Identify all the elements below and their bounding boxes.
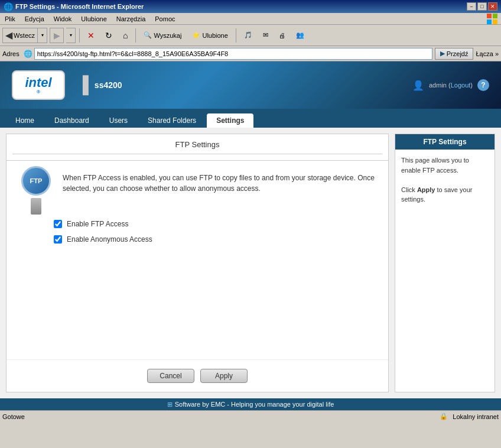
links-button[interactable]: Łącza » — [476, 50, 499, 57]
user-info: admin (Logout) — [429, 82, 473, 89]
footer: ⊞ Software by EMC - Helping you manage y… — [0, 398, 501, 410]
svg-rect-3 — [493, 20, 497, 24]
menu-tools[interactable]: Narzędzia — [114, 15, 148, 23]
right-panel: FTP Settings This page allows you to ena… — [395, 134, 495, 392]
title-bar: 🌐 FTP Settings - Microsoft Internet Expl… — [0, 0, 501, 13]
help-button[interactable]: ? — [477, 79, 489, 91]
print-button[interactable]: 🖨 — [275, 27, 289, 44]
intel-header: intel ® ▐ ss4200 👤 admin (Logout) ? — [0, 61, 501, 109]
help-panel-title: FTP Settings — [395, 134, 495, 150]
maximize-button[interactable]: □ — [477, 2, 487, 11]
star-icon: ⭐ — [192, 31, 200, 39]
tab-users[interactable]: Users — [100, 113, 137, 128]
media-button[interactable]: 🎵 — [240, 27, 256, 44]
panel-body: FTP When FTP Access is enabled, you can … — [6, 161, 388, 359]
menu-favorites[interactable]: Ulubione — [79, 15, 109, 23]
mail-button[interactable]: ✉ — [259, 27, 272, 44]
emc-icon: ⊞ — [167, 401, 173, 408]
forward-button[interactable]: ▶ — [50, 28, 64, 43]
people-button[interactable]: 👥 — [292, 27, 308, 44]
intranet-text: Lokalny intranet — [453, 413, 499, 420]
minimize-button[interactable]: − — [467, 2, 476, 11]
search-button[interactable]: 🔍 Wyszukaj — [139, 27, 186, 44]
enable-ftp-checkbox[interactable] — [54, 220, 62, 228]
address-input[interactable] — [34, 48, 432, 60]
forward-dropdown[interactable]: ▾ — [66, 28, 76, 43]
svg-rect-2 — [487, 20, 492, 24]
panel-buttons: Cancel Apply — [6, 359, 388, 392]
cancel-button[interactable]: Cancel — [147, 369, 194, 383]
back-button[interactable]: ◀ Wstecz — [2, 28, 38, 43]
status-left: Gotowe — [2, 413, 25, 420]
refresh-button[interactable]: ↻ — [101, 27, 116, 44]
address-bar: Adres 🌐 ▶ Przejdź Łącza » — [0, 46, 501, 61]
enable-anon-checkbox-label[interactable]: Enable Anonymous Access — [54, 235, 376, 244]
address-label: Adres — [2, 50, 19, 57]
toolbar-separator-2 — [135, 28, 136, 43]
title-bar-controls: − □ ✕ — [467, 2, 497, 11]
ftp-icon: FTP — [18, 173, 54, 208]
favorites-button[interactable]: ⭐ Ulubione — [188, 27, 232, 44]
svg-rect-0 — [487, 14, 492, 18]
go-arrow-icon: ▶ — [440, 50, 445, 57]
tab-home[interactable]: Home — [6, 113, 44, 128]
menu-view[interactable]: Widok — [51, 15, 74, 23]
menu-edit[interactable]: Edycja — [22, 15, 47, 23]
status-text: Gotowe — [2, 413, 25, 420]
main-content: FTP Settings FTP When FTP Access is enab… — [0, 128, 501, 398]
menu-help[interactable]: Pomoc — [152, 15, 177, 23]
help-panel-body: This page allows you to enable FTP acces… — [395, 150, 495, 210]
svg-rect-1 — [493, 14, 497, 18]
go-button[interactable]: ▶ Przejdź — [435, 48, 474, 60]
enable-ftp-checkbox-label[interactable]: Enable FTP Access — [54, 220, 376, 228]
help-apply-bold: Apply — [417, 186, 435, 193]
description-text: When FTP Access is enabled, you can use … — [63, 173, 376, 208]
home-button[interactable]: ⌂ — [119, 27, 132, 44]
checkboxes: Enable FTP Access Enable Anonymous Acces… — [18, 220, 376, 244]
tab-settings[interactable]: Settings — [207, 113, 253, 128]
search-icon: 🔍 — [144, 31, 152, 39]
title-bar-title: 🌐 FTP Settings - Microsoft Internet Expl… — [4, 2, 144, 11]
ie-icon: 🌐 — [4, 2, 13, 11]
toolbar-separator-1 — [79, 28, 80, 43]
device-name: ss4200 — [95, 80, 122, 90]
menu-bar: Plik Edycja Widok Ulubione Narzędzia Pom… — [0, 13, 501, 25]
stop-button[interactable]: ✕ — [83, 27, 99, 44]
help-text-1: This page allows you to enable FTP acces… — [401, 155, 489, 175]
apply-button[interactable]: Apply — [200, 369, 248, 383]
lock-icon: 🔒 — [440, 413, 448, 420]
ftp-description: FTP When FTP Access is enabled, you can … — [18, 173, 376, 208]
user-icon: 👤 — [412, 80, 424, 91]
menu-file[interactable]: Plik — [2, 15, 18, 23]
panel-title: FTP Settings — [6, 134, 388, 161]
device-icon: ▐ — [77, 76, 89, 95]
toolbar-separator-3 — [236, 28, 236, 43]
help-text-2: Click Apply to save your settings. — [401, 185, 489, 204]
device-info: ▐ ss4200 — [77, 76, 122, 95]
back-dropdown[interactable]: ▾ — [38, 28, 47, 43]
left-panel: FTP Settings FTP When FTP Access is enab… — [6, 134, 389, 392]
toolbar: ◀ Wstecz ▾ ▶ ▾ ✕ ↻ ⌂ 🔍 Wyszukaj ⭐ Ulubio… — [0, 25, 501, 46]
intel-logo: intel ® — [12, 70, 65, 100]
device-usb-icon — [31, 198, 41, 215]
logout-link[interactable]: Logout — [451, 82, 471, 89]
status-bar: Gotowe 🔒 Lokalny intranet — [0, 410, 501, 422]
header-right: 👤 admin (Logout) ? — [412, 79, 489, 91]
enable-anon-checkbox[interactable] — [54, 235, 62, 244]
tab-shared-folders[interactable]: Shared Folders — [138, 113, 206, 128]
ftp-circle-icon: FTP — [21, 166, 51, 196]
page-icon: 🌐 — [22, 50, 34, 58]
close-button[interactable]: ✕ — [488, 2, 497, 11]
status-right: 🔒 Lokalny intranet — [440, 413, 499, 420]
browser-content: intel ® ▐ ss4200 👤 admin (Logout) ? Home… — [0, 61, 501, 410]
nav-tabs: Home Dashboard Users Shared Folders Sett… — [0, 109, 501, 128]
windows-logo — [486, 12, 499, 25]
tab-dashboard[interactable]: Dashboard — [45, 113, 99, 128]
